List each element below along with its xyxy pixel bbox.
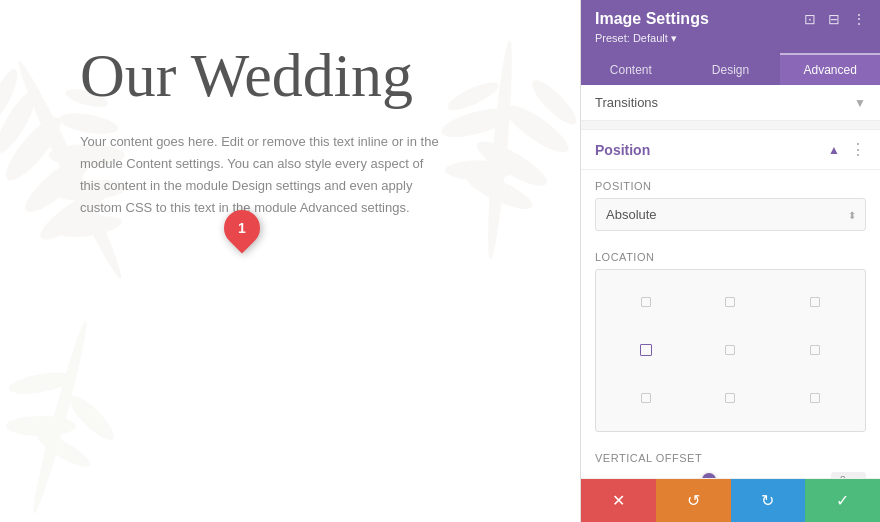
step-number: 1 bbox=[238, 220, 246, 236]
reset-button[interactable]: ↺ bbox=[656, 479, 731, 522]
grid-cell-middle-right[interactable] bbox=[773, 326, 857, 374]
panel-header: Image Settings ⊡ ⊟ ⋮ Preset: Default ▾ C… bbox=[581, 0, 880, 85]
position-select-wrapper: Default Relative Absolute Fixed ⬍ bbox=[595, 198, 866, 231]
grid-cell-top-left[interactable] bbox=[604, 278, 688, 326]
redo-icon: ↻ bbox=[761, 491, 774, 510]
grid-cell-bottom-left[interactable] bbox=[604, 374, 688, 422]
location-grid bbox=[595, 269, 866, 432]
bottom-bar: ✕ ↺ ↻ ✓ bbox=[581, 478, 880, 522]
fern-bottom-decoration bbox=[0, 269, 187, 522]
columns-icon[interactable]: ⊟ bbox=[828, 11, 840, 27]
section-more-icon[interactable]: ⋮ bbox=[850, 140, 866, 159]
tab-design[interactable]: Design bbox=[681, 53, 781, 85]
grid-cell-bottom-center[interactable] bbox=[688, 374, 772, 422]
grid-dot bbox=[641, 297, 651, 307]
reset-icon[interactable]: ⊡ bbox=[804, 11, 816, 27]
vertical-offset-label: Vertical Offset bbox=[595, 452, 866, 464]
grid-cell-top-center[interactable] bbox=[688, 278, 772, 326]
transitions-label: Transitions bbox=[595, 95, 658, 110]
grid-dot bbox=[810, 297, 820, 307]
wedding-title: Our Wedding bbox=[80, 40, 540, 111]
settings-panel: Image Settings ⊡ ⊟ ⋮ Preset: Default ▾ C… bbox=[580, 0, 880, 522]
svg-point-22 bbox=[6, 416, 76, 436]
reset-icon: ↺ bbox=[687, 491, 700, 510]
confirm-icon: ✓ bbox=[836, 491, 849, 510]
position-section-header: Position ▲ ⋮ bbox=[581, 130, 880, 170]
section-header-icons: ▲ ⋮ bbox=[828, 140, 866, 159]
grid-dot bbox=[810, 345, 820, 355]
grid-dot bbox=[725, 297, 735, 307]
location-grid-container: Location bbox=[581, 241, 880, 442]
location-field-label: Location bbox=[595, 251, 866, 263]
transitions-row[interactable]: Transitions ▼ bbox=[581, 85, 880, 121]
svg-point-21 bbox=[64, 390, 119, 445]
grid-cell-top-right[interactable] bbox=[773, 278, 857, 326]
preview-body-text: Your content goes here. Edit or remove t… bbox=[80, 131, 440, 219]
position-section-title: Position bbox=[595, 142, 650, 158]
section-collapse-icon[interactable]: ▲ bbox=[828, 143, 840, 157]
grid-cell-bottom-right[interactable] bbox=[773, 374, 857, 422]
grid-cell-middle-center[interactable] bbox=[688, 326, 772, 374]
tab-content[interactable]: Content bbox=[581, 53, 681, 85]
panel-header-top: Image Settings ⊡ ⊟ ⋮ bbox=[595, 10, 866, 28]
grid-dot bbox=[641, 393, 651, 403]
transitions-chevron: ▼ bbox=[854, 96, 866, 110]
panel-body: Transitions ▼ Position ▲ ⋮ Position Defa… bbox=[581, 85, 880, 478]
position-select[interactable]: Default Relative Absolute Fixed bbox=[595, 198, 866, 231]
grid-dot bbox=[725, 345, 735, 355]
offset-section: Vertical Offset 0px bbox=[581, 442, 880, 478]
position-field-group: Position Default Relative Absolute Fixed… bbox=[581, 170, 880, 241]
grid-cell-middle-left[interactable] bbox=[604, 326, 688, 374]
more-icon[interactable]: ⋮ bbox=[852, 11, 866, 27]
confirm-button[interactable]: ✓ bbox=[805, 479, 880, 522]
cancel-icon: ✕ bbox=[612, 491, 625, 510]
position-field-label: Position bbox=[595, 180, 866, 192]
cancel-button[interactable]: ✕ bbox=[581, 479, 656, 522]
grid-dot bbox=[810, 393, 820, 403]
grid-dot bbox=[725, 393, 735, 403]
redo-button[interactable]: ↻ bbox=[731, 479, 806, 522]
grid-dot-active bbox=[640, 344, 652, 356]
panel-header-icons: ⊡ ⊟ ⋮ bbox=[804, 11, 866, 27]
tab-advanced[interactable]: Advanced bbox=[780, 53, 880, 85]
position-section: Position ▲ ⋮ Position Default Relative A… bbox=[581, 129, 880, 478]
slider-thumb[interactable] bbox=[702, 473, 716, 478]
preset-label[interactable]: Preset: Default ▾ bbox=[595, 32, 866, 45]
preview-content: Our Wedding Your content goes here. Edit… bbox=[0, 0, 580, 259]
panel-tabs: Content Design Advanced bbox=[581, 53, 880, 85]
panel-title: Image Settings bbox=[595, 10, 709, 28]
preview-area: Our Wedding Your content goes here. Edit… bbox=[0, 0, 580, 522]
